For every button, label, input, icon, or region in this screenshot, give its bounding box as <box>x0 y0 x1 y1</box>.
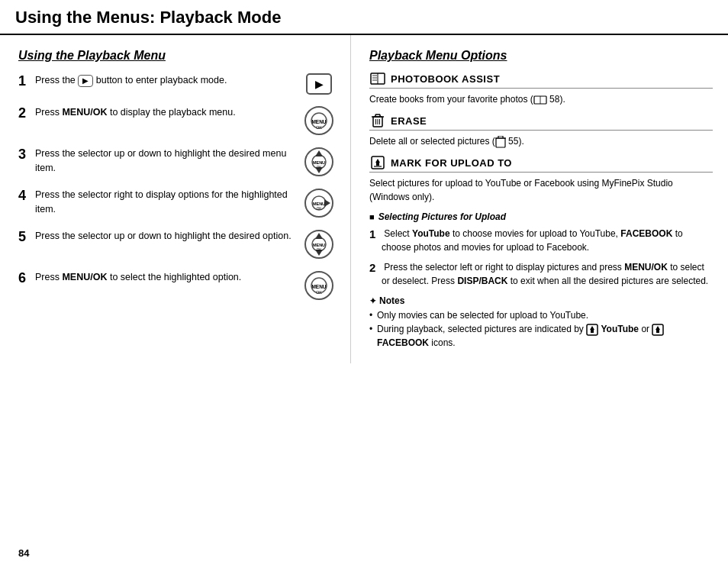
sub-section-title: Selecting Pictures for Upload <box>369 211 713 222</box>
notes-section: Notes Only movies can be selected for up… <box>369 295 713 350</box>
svg-rect-47 <box>376 163 379 166</box>
erase-desc: Delete all or selected pictures ( 55). <box>369 134 713 148</box>
note-item-1: Only movies can be selected for upload t… <box>369 308 713 322</box>
left-column: Using the Playback Menu 1 Press the ▶ bu… <box>0 35 351 363</box>
step-number-4: 4 <box>18 188 35 205</box>
dpad-right-icon: MENU OK <box>304 188 334 218</box>
right-section-title: Playback Menu Options <box>369 49 713 63</box>
notes-header: Notes <box>369 295 713 306</box>
step-item: 5 Press the selector up or down to highl… <box>18 229 335 260</box>
content-area: Using the Playback Menu 1 Press the ▶ bu… <box>0 35 728 363</box>
page-header: Using the Menus: Playback Mode <box>0 0 728 35</box>
svg-text:OK: OK <box>316 290 322 295</box>
trash-icon <box>369 114 386 127</box>
step-item: 6 Press MENU/OK to select the highlighte… <box>18 270 335 301</box>
playback-btn-icon: ▶ <box>306 73 332 95</box>
note-item-2: During playback, selected pictures are i… <box>369 322 713 350</box>
step-item: 1 Press the ▶ button to enter playback m… <box>18 73 335 95</box>
step-list: 1 Press the ▶ button to enter playback m… <box>18 73 335 301</box>
page-container: Using the Menus: Playback Mode Using the… <box>0 0 728 571</box>
upload-header: MARK FOR UPLOAD TO <box>369 156 713 173</box>
step-text-6: Press MENU/OK to select the highlighted … <box>35 270 303 285</box>
svg-text:MENU: MENU <box>313 160 325 165</box>
sub-step-item: 1 Select YouTube to choose movies for up… <box>369 227 713 254</box>
playback-symbol: ▶ <box>78 75 93 87</box>
step-icon-6: MENU OK <box>303 270 335 301</box>
svg-text:MENU: MENU <box>311 284 326 289</box>
svg-text:OK: OK <box>316 125 322 130</box>
svg-rect-51 <box>591 330 594 333</box>
book-icon <box>369 72 386 85</box>
step-item: 2 Press MENU/OK to display the playback … <box>18 105 335 136</box>
svg-marker-46 <box>375 159 380 163</box>
step-text-1: Press the ▶ button to enter playback mod… <box>35 73 303 88</box>
step-icon-4: MENU OK <box>303 188 335 218</box>
step-text-3: Press the selector up or down to highlig… <box>35 147 303 176</box>
dpad-up2-icon: MENU OK <box>304 229 334 260</box>
step-text-5: Press the selector up or down to highlig… <box>35 229 303 244</box>
dpad-up-icon: MENU OK <box>304 147 334 177</box>
sub-step-text-2: Press the selector left or right to disp… <box>382 260 713 288</box>
upload-option: MARK FOR UPLOAD TO Select pictures for u… <box>369 156 713 204</box>
step-text-2: Press MENU/OK to display the playback me… <box>35 105 303 120</box>
left-section-title: Using the Playback Menu <box>18 49 335 63</box>
sub-step-item: 2 Press the selector left or right to di… <box>369 260 713 288</box>
upload-desc: Select pictures for upload to YouTube or… <box>369 176 713 204</box>
step-text-4: Press the selector right to display opti… <box>35 188 303 217</box>
svg-text:OK: OK <box>317 248 322 252</box>
step-icon-3: MENU OK <box>303 147 335 177</box>
svg-marker-53 <box>656 326 660 330</box>
erase-title: ERASE <box>391 115 427 127</box>
svg-text:MENU: MENU <box>313 243 325 247</box>
sub-step-number-1: 1 <box>369 227 382 242</box>
page-title: Using the Menus: Playback Mode <box>15 8 713 27</box>
upload-title: MARK FOR UPLOAD TO <box>391 157 512 169</box>
erase-header: ERASE <box>369 114 713 131</box>
step-number-1: 1 <box>18 73 35 90</box>
photobook-header: PHOTOBOOK ASSIST <box>369 72 713 89</box>
svg-marker-50 <box>590 326 594 330</box>
menu-ok-icon: MENU OK <box>304 105 334 136</box>
svg-text:MENU: MENU <box>313 202 325 206</box>
photobook-title: PHOTOBOOK ASSIST <box>391 73 500 85</box>
photobook-desc: Create books from your favorite photos (… <box>369 92 713 106</box>
svg-marker-12 <box>324 199 330 207</box>
step-number-2: 2 <box>18 105 35 122</box>
erase-option: ERASE Delete all or selected pictures ( … <box>369 114 713 148</box>
right-column: Playback Menu Options <box>351 35 728 363</box>
page-number: 84 <box>18 547 29 559</box>
svg-rect-54 <box>656 330 659 333</box>
svg-text:MENU: MENU <box>311 119 326 124</box>
step-number-6: 6 <box>18 270 35 287</box>
step-icon-2: MENU OK <box>303 105 335 136</box>
sub-step-number-2: 2 <box>369 260 382 276</box>
upload-icon <box>369 156 386 169</box>
page-wrapper: Using the Menus: Playback Mode Using the… <box>0 0 728 571</box>
menu-ok2-icon: MENU OK <box>304 270 334 301</box>
sub-step-text-1: Select YouTube to choose movies for uplo… <box>382 227 713 254</box>
step-item: 3 Press the selector up or down to highl… <box>18 147 335 177</box>
step-icon-5: MENU OK <box>303 229 335 260</box>
step-item: 4 Press the selector right to display op… <box>18 188 335 218</box>
svg-marker-6 <box>315 150 323 156</box>
photobook-option: PHOTOBOOK ASSIST Create books from your … <box>369 72 713 106</box>
step-number-5: 5 <box>18 229 35 246</box>
svg-text:OK: OK <box>317 207 322 211</box>
step-number-3: 3 <box>18 147 35 163</box>
svg-text:OK: OK <box>317 166 322 169</box>
svg-rect-40 <box>496 138 505 147</box>
svg-marker-17 <box>315 233 323 239</box>
step-icon-1: ▶ <box>303 73 335 95</box>
